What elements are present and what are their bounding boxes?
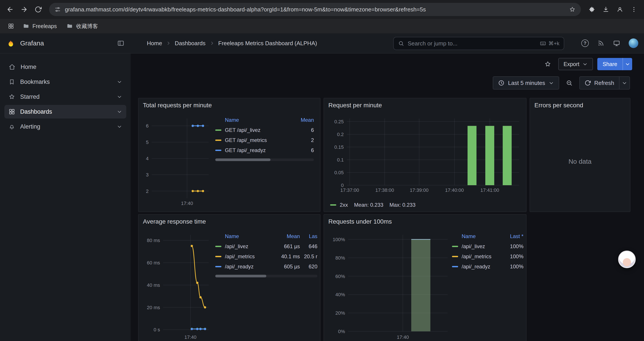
back-button[interactable] [4,3,17,16]
site-info-icon[interactable] [54,6,61,13]
refresh-button[interactable]: Refresh [579,76,630,90]
sidebar-item-starred[interactable]: Starred [4,90,126,104]
bookmark-icon [8,78,15,85]
search-input[interactable] [408,40,536,47]
panel-title[interactable]: Average response time [143,218,206,225]
series-name[interactable]: GET /api/_livez [225,127,289,133]
breadcrumb-home[interactable]: Home [147,40,162,47]
panel-title[interactable]: Total requests per minute [143,102,212,109]
series-name[interactable]: /api/_metrics [462,253,500,260]
chevron-down-icon[interactable] [116,109,122,115]
sidebar-item-bookmarks[interactable]: Bookmarks [4,75,126,89]
user-avatar[interactable] [629,38,638,48]
series-name[interactable]: GET /api/_metrics [225,137,289,143]
time-range-picker[interactable]: Last 5 minutes [493,76,559,90]
legend-value: 6 [289,147,314,153]
series-color[interactable] [330,204,336,206]
share-button[interactable]: Share [597,58,632,70]
series-color[interactable] [452,266,458,267]
series-name[interactable]: /api/_livez [462,243,500,249]
legend-header: NameLast * [452,231,524,241]
chevron-right-icon [210,41,214,46]
svg-text:0%: 0% [338,329,345,334]
series-color[interactable] [215,140,222,141]
svg-text:17:40: 17:40 [397,334,409,340]
request-per-minute-chart[interactable]: 0.250.20.150.10.05017:37:0017:38:0017:39… [328,116,522,194]
series-name[interactable]: /api/_metrics [225,253,272,260]
legend-col-name[interactable]: Name [462,233,500,239]
reload-button[interactable] [32,3,45,16]
series-color[interactable] [215,256,222,257]
series-color[interactable] [215,129,222,131]
forward-button[interactable] [18,3,31,16]
svg-text:17:41:00: 17:41:00 [480,187,499,193]
sidebar-item-label: Dashboards [20,108,112,115]
assistant-avatar[interactable] [618,251,636,268]
export-button[interactable]: Export [558,58,593,70]
legend-value: 620 [300,263,318,270]
legend-scrollbar[interactable] [215,275,318,277]
bookmark-folder-freeleaps[interactable]: Freeleaps [19,21,60,31]
kiosk-monitor-icon[interactable] [613,40,620,47]
panel-title[interactable]: Errors per second [534,102,583,109]
apps-grid-icon[interactable] [5,21,17,32]
downloads-icon[interactable] [599,3,612,16]
series-name[interactable]: /api/_readyz [225,263,272,270]
extensions-icon[interactable] [585,3,598,16]
series-color[interactable] [452,246,458,247]
sidebar-item-dashboards[interactable]: Dashboards [4,105,126,119]
series-color[interactable] [452,256,458,257]
series-color[interactable] [215,246,222,247]
svg-text:5: 5 [146,140,148,145]
chevron-down-icon[interactable] [116,124,122,129]
legend-scrollbar[interactable] [215,158,314,161]
bookmark-label: 收藏博客 [76,23,98,30]
legend-header: NameMeanLas [215,231,318,241]
profile-icon[interactable] [613,3,626,16]
sidebar-item-alerting[interactable]: Alerting [4,120,126,133]
help-icon[interactable]: ? [581,40,589,47]
series-name[interactable]: /api/_livez [225,243,272,249]
panel-title[interactable]: Request per minute [328,102,382,109]
bookmark-star-icon[interactable] [569,6,576,13]
share-menu-chevron[interactable] [622,58,632,70]
grid-icon [8,108,15,115]
series-name[interactable]: /api/_readyz [462,263,500,270]
chevron-down-icon[interactable] [116,94,122,100]
refresh-interval-chevron[interactable] [619,77,630,89]
chevron-down-icon[interactable] [116,79,122,85]
panel-title[interactable]: Requests under 100ms [328,218,392,225]
browser-menu-icon[interactable] [627,3,640,16]
news-icon[interactable] [597,40,604,47]
series-name[interactable]: GET /api/_readyz [225,147,289,153]
breadcrumb-dashboards[interactable]: Dashboards [175,40,206,47]
favorite-star-icon[interactable] [542,58,554,70]
search-box[interactable]: ⌘+k [393,37,564,50]
series-color[interactable] [215,150,222,151]
legend-col[interactable]: Mean [272,233,300,239]
svg-text:0.1: 0.1 [337,157,344,163]
sidebar-menu: HomeBookmarksStarredDashboardsAlerting [0,60,131,133]
average-response-time-chart[interactable]: 80 ms60 ms40 ms20 ms0 s17:40 [142,232,212,341]
legend-row: /api/_readyz605 µs620 [215,261,318,272]
dock-sidebar-icon[interactable] [117,40,124,47]
legend-row: /api/_readyz100% [452,261,524,272]
series-name[interactable]: 2xx [340,202,348,208]
svg-text:0.15: 0.15 [334,144,344,150]
requests-under-100ms-chart[interactable]: 100%80%60%40%20%0%17:40 [328,232,451,341]
legend-col[interactable]: Last * [500,233,524,239]
legend-col[interactable]: Las [300,233,318,239]
legend-col-name[interactable]: Name [225,233,272,239]
grafana-logo[interactable] [6,39,15,48]
series-color[interactable] [215,266,222,267]
browser-chrome: grafana.mathmast.com/d/deytv4rwavabkb/fr… [0,0,644,33]
legend-col-name[interactable]: Name [225,117,289,123]
sidebar-item-home[interactable]: Home [4,60,126,74]
url-bar[interactable]: grafana.mathmast.com/d/deytv4rwavabkb/fr… [49,3,581,16]
legend-col[interactable]: Mean [289,117,314,123]
zoom-out-icon[interactable] [563,76,576,90]
bookmark-folder-blog[interactable]: 收藏博客 [63,21,102,32]
total-requests-chart[interactable]: 6543217:40 [142,116,212,207]
legend-value: 40.1 ms [272,253,300,260]
keyboard-icon [540,40,546,47]
